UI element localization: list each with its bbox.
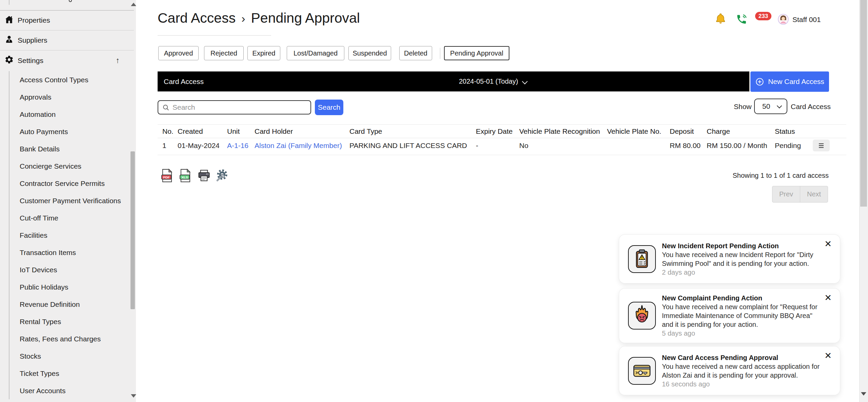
- show-label: Show: [734, 103, 752, 111]
- sidebar-item-ticket-types[interactable]: Ticket Types: [0, 365, 130, 382]
- toast-title: New Complaint Pending Action: [662, 294, 824, 302]
- toast-timestamp: 16 seconds ago: [662, 380, 824, 388]
- table-row-border: [158, 155, 846, 155]
- cell-card-holder-link[interactable]: Alston Zai (Family Member): [255, 142, 342, 150]
- pagination: Prev Next: [772, 186, 828, 203]
- table-settings-button[interactable]: [215, 169, 228, 184]
- toast-card-access: New Card Access Pending Approval You hav…: [619, 346, 840, 395]
- page-size-entity-label: Card Access: [791, 103, 831, 111]
- notifications-bell-button[interactable]: [714, 12, 727, 26]
- panel-title: Card Access: [164, 78, 204, 86]
- new-card-access-button[interactable]: New Card Access: [750, 71, 829, 92]
- panel-header: Card Access 2024-05-01 (Today): [158, 71, 749, 91]
- toast-complaint: New Complaint Pending Action You have re…: [619, 289, 840, 343]
- sidebar-item-access-control-types[interactable]: Access Control Types: [0, 71, 130, 88]
- col-vehicle-plate-no: Vehicle Plate No.: [607, 127, 661, 135]
- toast-body: You have received a new complaint for "R…: [662, 302, 824, 329]
- cell-expiry-date: -: [476, 142, 478, 150]
- new-card-access-label: New Card Access: [768, 78, 824, 86]
- sidebar-item-rates-fees-and-charges[interactable]: Rates, Fees and Charges: [0, 330, 130, 347]
- toast-timestamp: 2 days ago: [662, 268, 824, 277]
- date-label: 2024-05-01 (Today): [459, 78, 518, 85]
- search-input[interactable]: [173, 101, 308, 114]
- tab-rejected[interactable]: Rejected: [204, 46, 244, 60]
- col-card-type: Card Type: [349, 127, 382, 135]
- print-button[interactable]: [198, 169, 210, 183]
- sidebar-item-settings[interactable]: Settings ↑: [0, 50, 134, 70]
- tab-lost-damaged[interactable]: Lost/Damaged: [287, 46, 344, 60]
- search-button[interactable]: Search: [315, 100, 343, 115]
- cell-unit-link[interactable]: A-1-16: [227, 142, 248, 150]
- cell-status: Pending: [775, 142, 801, 150]
- breadcrumb-root[interactable]: Card Access: [158, 10, 236, 26]
- cell-created: 01-May-2024: [178, 142, 220, 150]
- circle-plus-icon: [755, 77, 764, 86]
- sidebar-item-concierge-services[interactable]: Concierge Services: [0, 157, 130, 175]
- tab-deleted[interactable]: Deleted: [399, 46, 432, 60]
- toast-close-icon[interactable]: ✕: [824, 293, 832, 302]
- chevron-down-icon: [777, 103, 782, 108]
- sidebar-scroll-up-icon[interactable]: [131, 3, 136, 6]
- xls-export-button[interactable]: XLS: [179, 169, 191, 184]
- page-scroll-down-icon[interactable]: [861, 392, 866, 396]
- notification-count-badge: 233: [755, 12, 771, 20]
- sidebar-indent-line-stub: [9, 0, 9, 5]
- sidebar-item-contractor-service-permits[interactable]: Contractor Service Permits: [0, 175, 130, 192]
- sidebar-scrollbar[interactable]: [130, 151, 135, 309]
- col-deposit: Deposit: [670, 127, 694, 135]
- prev-button[interactable]: Prev: [772, 186, 800, 203]
- phone-call-button[interactable]: [735, 14, 748, 26]
- sidebar-item-customer-payment-verifications[interactable]: Customer Payment Verifications: [0, 192, 130, 209]
- app-switcher-button[interactable]: + 233: [755, 12, 773, 26]
- gear-icon: [4, 55, 14, 66]
- breadcrumb-separator-icon: ›: [241, 11, 245, 25]
- toast-body: You have received a new Incident Report …: [662, 250, 824, 268]
- table-top-border: [158, 124, 846, 125]
- home-icon: [4, 15, 14, 26]
- sidebar-item-auto-payments[interactable]: Auto Payments: [0, 123, 130, 140]
- breadcrumb: Card Access › Pending Approval: [158, 10, 360, 26]
- avatar[interactable]: [778, 14, 789, 26]
- user-name[interactable]: Staff 001: [792, 16, 821, 24]
- tab-approved[interactable]: Approved: [158, 46, 199, 60]
- cell-no: 1: [162, 142, 166, 150]
- sidebar-item-suppliers[interactable]: Suppliers: [0, 30, 134, 50]
- settings-submenu: Access Control Types Approvals Automatio…: [0, 71, 130, 399]
- results-summary: Showing 1 to 1 of 1 card access: [678, 172, 829, 179]
- sidebar-item-properties[interactable]: Properties: [0, 10, 134, 30]
- cell-deposit: RM 80.00: [670, 142, 701, 150]
- sidebar-item-facilities[interactable]: Facilities: [0, 227, 130, 244]
- tab-pending-approval[interactable]: Pending Approval: [444, 46, 509, 60]
- sidebar-scroll-down-icon[interactable]: [131, 394, 136, 398]
- pdf-export-button[interactable]: PDF: [161, 169, 173, 184]
- cell-vehicle-plate-recognition: No: [519, 142, 528, 150]
- title-underline: [158, 35, 271, 36]
- row-actions-button[interactable]: [813, 140, 830, 151]
- svg-text:XLS: XLS: [182, 175, 188, 179]
- sidebar-item-bank-details[interactable]: Bank Details: [0, 140, 130, 157]
- sidebar-item-iot-devices[interactable]: IoT Devices: [0, 261, 130, 278]
- page-size-select[interactable]: 50: [754, 99, 787, 114]
- toast-timestamp: 5 days ago: [662, 329, 824, 338]
- collapse-up-arrow-icon[interactable]: ↑: [116, 56, 120, 65]
- sidebar-item-approvals[interactable]: Approvals: [0, 88, 130, 106]
- sidebar-item-automation[interactable]: Automation: [0, 106, 130, 123]
- page-scrollbar-thumb[interactable]: [860, 0, 867, 207]
- sidebar-item-public-holidays[interactable]: Public Holidays: [0, 278, 130, 296]
- next-button[interactable]: Next: [800, 186, 828, 203]
- search-icon: [162, 104, 170, 111]
- sidebar-item-user-accounts[interactable]: User Accounts: [0, 382, 130, 399]
- tab-expired[interactable]: Expired: [247, 46, 280, 60]
- col-created: Created: [178, 127, 203, 135]
- sidebar-item-transaction-items[interactable]: Transaction Items: [0, 244, 130, 261]
- toast-close-icon[interactable]: ✕: [824, 239, 832, 248]
- date-selector[interactable]: 2024-05-01 (Today): [459, 71, 526, 91]
- sidebar-item-revenue-definition[interactable]: Revenue Definition: [0, 296, 130, 313]
- sidebar-item-rental-types[interactable]: Rental Types: [0, 313, 130, 330]
- sidebar-item-cut-off-time[interactable]: Cut-off Time: [0, 209, 130, 227]
- toast-close-icon[interactable]: ✕: [824, 351, 832, 360]
- page-size-value: 50: [762, 102, 770, 110]
- sidebar-item-stocks[interactable]: Stocks: [0, 347, 130, 365]
- sidebar-item-label: Settings: [18, 57, 43, 65]
- tab-suspended[interactable]: Suspended: [348, 46, 391, 60]
